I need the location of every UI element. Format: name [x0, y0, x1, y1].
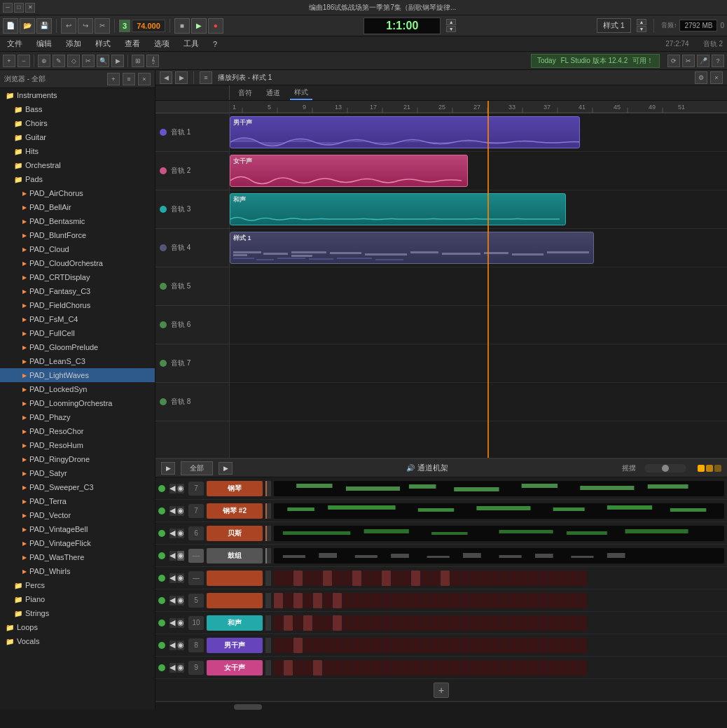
pad[interactable] — [323, 615, 332, 631]
pad[interactable] — [392, 660, 401, 676]
playlist-close-button[interactable]: × — [710, 71, 723, 84]
channel-name-button-8[interactable]: 男干声 — [207, 638, 263, 653]
pad[interactable] — [558, 593, 567, 608]
pad[interactable] — [303, 638, 312, 653]
pad[interactable] — [382, 638, 391, 653]
channel-solo-5[interactable]: ◉ — [177, 573, 184, 583]
pad[interactable] — [460, 570, 469, 586]
pad[interactable] — [274, 638, 283, 653]
timeline-content[interactable]: 1 5 9 13 17 21 25 — [230, 101, 727, 458]
pad[interactable] — [480, 638, 489, 653]
pad[interactable] — [284, 593, 293, 608]
pad[interactable] — [372, 593, 381, 608]
pad[interactable] — [352, 570, 361, 586]
channel-expand-6[interactable] — [265, 593, 271, 608]
menu-add[interactable]: 添加 — [63, 37, 84, 50]
pad[interactable] — [401, 615, 410, 631]
pad[interactable] — [372, 570, 381, 586]
track-clip-3[interactable]: 和声 — [230, 193, 566, 225]
pad[interactable] — [421, 593, 430, 608]
sidebar-item-bass[interactable]: 📁 Bass — [0, 102, 155, 116]
pad[interactable] — [382, 660, 391, 676]
pad[interactable] — [529, 593, 538, 608]
pad[interactable] — [342, 570, 352, 586]
pad[interactable] — [529, 660, 538, 676]
pad[interactable] — [382, 593, 391, 608]
pad[interactable] — [450, 570, 459, 586]
sidebar-item-pad-resochor[interactable]: ▶ PAD_ResoChor — [0, 424, 155, 438]
sidebar-menu-button[interactable]: ≡ — [123, 73, 135, 85]
playlist-fwd-button[interactable]: ▶ — [175, 71, 188, 84]
zoom-tool[interactable]: 🔍 — [97, 55, 109, 67]
pad[interactable] — [470, 638, 479, 653]
sidebar-item-loops[interactable]: 📁 Loops — [0, 620, 155, 634]
sidebar-item-pad-ringydrone[interactable]: ▶ PAD_RingyDrone — [0, 452, 155, 466]
channel-name-button-6[interactable] — [207, 593, 263, 608]
menu-help[interactable]: ? — [210, 38, 220, 50]
channel-solo-9[interactable]: ◉ — [177, 663, 184, 673]
pad[interactable] — [578, 593, 587, 608]
pad[interactable] — [509, 570, 518, 586]
channel-name-button-9[interactable]: 女干声 — [207, 660, 263, 676]
help-button[interactable]: ? — [712, 55, 724, 67]
pad[interactable] — [460, 638, 469, 653]
pad[interactable] — [431, 638, 440, 653]
cut-button[interactable]: ✂ — [95, 18, 110, 34]
menu-style[interactable]: 样式 — [92, 37, 113, 50]
track-row-7[interactable] — [230, 344, 727, 383]
pad[interactable] — [490, 638, 499, 653]
sidebar-item-pad-vintageflick[interactable]: ▶ PAD_VintageFlick — [0, 536, 155, 550]
pad[interactable] — [401, 660, 410, 676]
pad[interactable] — [323, 660, 332, 676]
pad[interactable] — [578, 638, 587, 653]
pad[interactable] — [509, 638, 518, 653]
pad[interactable] — [578, 660, 587, 676]
pad[interactable] — [372, 638, 381, 653]
pad[interactable] — [470, 570, 479, 586]
pad[interactable] — [431, 593, 440, 608]
playlist-mode-button[interactable]: ≡ — [200, 71, 212, 84]
menu-edit[interactable]: 编辑 — [34, 37, 55, 50]
undo-button[interactable]: ↩ — [61, 18, 76, 34]
playlist-settings-button[interactable]: ⚙ — [695, 71, 707, 84]
pad[interactable] — [411, 570, 420, 586]
track-row-2[interactable]: 女干声 — [230, 152, 727, 190]
pad[interactable] — [460, 660, 469, 676]
menu-options[interactable]: 选项 — [151, 37, 172, 50]
pad[interactable] — [362, 660, 371, 676]
sidebar-item-pad-bluntforce[interactable]: ▶ PAD_BluntForce — [0, 228, 155, 242]
pad[interactable] — [480, 593, 489, 608]
record-button[interactable]: ● — [208, 18, 223, 34]
sidebar-item-pad-sweeper[interactable]: ▶ PAD_Sweeper_C3 — [0, 480, 155, 494]
channel-rack-expand[interactable]: ▶ — [161, 462, 175, 475]
track-clip-1[interactable]: 男干声 — [230, 116, 580, 148]
pad[interactable] — [578, 615, 587, 631]
sidebar-item-pad-bellair[interactable]: ▶ PAD_BellAir — [0, 200, 155, 214]
sidebar-item-pad-fieldchorus[interactable]: ▶ PAD_FieldChorus — [0, 298, 155, 312]
pad[interactable] — [539, 593, 548, 608]
pad[interactable] — [352, 660, 361, 676]
select-tool[interactable]: ⊕ — [38, 55, 50, 67]
pad[interactable] — [352, 638, 361, 653]
pad[interactable] — [293, 615, 303, 631]
pad[interactable] — [499, 660, 508, 676]
sidebar-item-choirs[interactable]: 📁 Choirs — [0, 116, 155, 130]
pad[interactable] — [441, 570, 450, 586]
sidebar-item-pad-satyr[interactable]: ▶ PAD_Satyr — [0, 466, 155, 480]
track-row-8[interactable] — [230, 383, 727, 421]
pad[interactable] — [441, 615, 450, 631]
pad[interactable] — [519, 615, 528, 631]
sidebar-item-pad-cloud[interactable]: ▶ PAD_Cloud — [0, 242, 155, 256]
mic-button[interactable]: 🎤 — [697, 55, 709, 67]
pad[interactable] — [568, 638, 577, 653]
track-row-1[interactable]: 男干声 — [230, 113, 727, 152]
pad[interactable] — [490, 570, 499, 586]
channel-expand-1[interactable] — [265, 481, 271, 496]
pad[interactable] — [558, 570, 567, 586]
pad[interactable] — [568, 593, 577, 608]
pad[interactable] — [558, 660, 567, 676]
pad[interactable] — [480, 660, 489, 676]
pad[interactable] — [323, 570, 332, 586]
tab-style[interactable]: 样式 — [290, 86, 312, 100]
track-row-5[interactable] — [230, 267, 727, 306]
